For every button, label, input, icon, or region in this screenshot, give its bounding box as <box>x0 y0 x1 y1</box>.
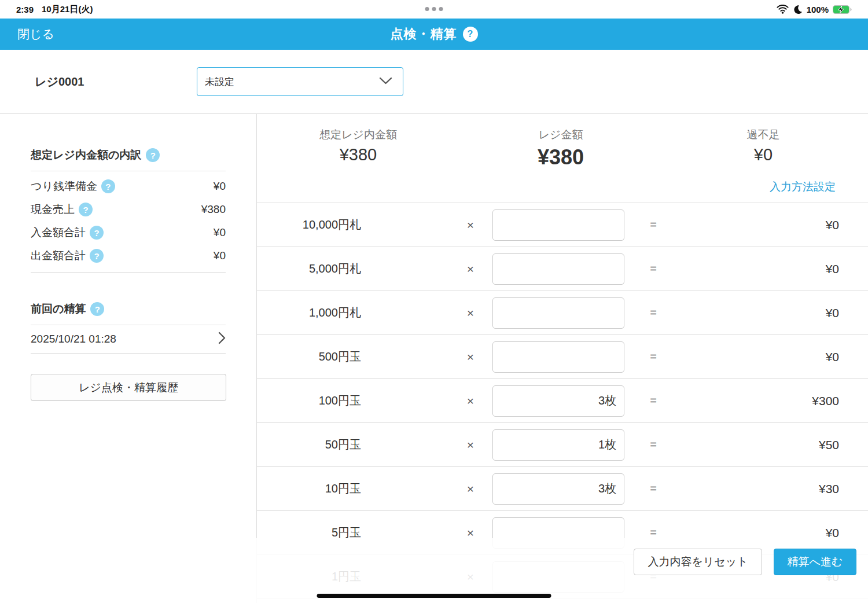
multiply-sign: × <box>361 394 492 408</box>
breakdown-row-label: 出金額合計 <box>31 248 86 263</box>
count-input-100[interactable] <box>492 385 624 417</box>
status-bar: 2:39 10月21日(火) 100% <box>0 0 868 19</box>
chevron-down-icon <box>379 76 392 87</box>
chevron-right-icon <box>218 332 226 347</box>
summary-actual-value: ¥380 <box>459 145 662 170</box>
close-button[interactable]: 閉じる <box>17 26 54 42</box>
equals-sign: = <box>624 350 682 363</box>
denomination-row-10: 10円玉 × = ¥30 <box>257 467 868 511</box>
breakdown-help-icon[interactable]: ? <box>146 148 160 162</box>
summary-difference: 過不足 ¥0 <box>662 127 865 170</box>
denomination-amount: ¥30 <box>682 482 868 496</box>
breakdown-rows: つり銭準備金 ? ¥0 現金売上 ? ¥380 入金額合計 ? <box>31 175 226 272</box>
breakdown-row-value: ¥380 <box>201 203 226 216</box>
drawer-select[interactable]: 未設定 <box>197 67 403 96</box>
denomination-amount: ¥0 <box>682 306 868 320</box>
breakdown-row-label: 現金売上 <box>31 202 75 217</box>
count-input-500[interactable] <box>492 341 624 373</box>
denomination-amount: ¥50 <box>682 438 868 452</box>
history-button[interactable]: レジ点検・精算履歴 <box>31 374 226 401</box>
reset-inputs-button[interactable]: 入力内容をリセット <box>634 549 762 575</box>
count-input-10000[interactable] <box>492 209 624 241</box>
proceed-settlement-button[interactable]: 精算へ進む <box>774 549 856 575</box>
summary-actual: レジ金額 ¥380 <box>459 127 662 170</box>
multiply-sign: × <box>361 218 492 232</box>
denomination-row-1000: 1,000円札 × = ¥0 <box>257 291 868 335</box>
denomination-label: 500円玉 <box>257 349 361 365</box>
title-help-icon[interactable]: ? <box>463 27 478 42</box>
app-screen: 2:39 10月21日(火) 100% <box>0 0 868 603</box>
multiply-sign: × <box>361 306 492 320</box>
breakdown-row-value: ¥0 <box>214 249 226 262</box>
denomination-label: 100円玉 <box>257 393 361 409</box>
breakdown-row-value: ¥0 <box>214 180 226 193</box>
denomination-label: 50円玉 <box>257 437 361 453</box>
denomination-amount: ¥0 <box>682 218 868 232</box>
denomination-label: 1,000円札 <box>257 305 361 321</box>
divider <box>31 171 226 171</box>
equals-sign: = <box>624 306 682 319</box>
multiply-sign: × <box>361 262 492 276</box>
battery-percent: 100% <box>807 5 829 14</box>
divider <box>31 353 226 354</box>
count-input-10[interactable] <box>492 473 624 505</box>
count-input-50[interactable] <box>492 429 624 461</box>
page-title: 点検・精算 <box>391 25 457 43</box>
multitask-dots-icon <box>425 7 443 11</box>
equals-sign: = <box>624 482 682 495</box>
summary-expected-value: ¥380 <box>257 145 459 164</box>
multiply-sign: × <box>361 350 492 364</box>
breakdown-title-label: 想定レジ内金額の内訳 <box>31 148 141 163</box>
multiply-sign: × <box>361 482 492 496</box>
last-settlement-row[interactable]: 2025/10/21 01:28 <box>31 325 226 353</box>
deposit-help-icon[interactable]: ? <box>90 226 104 240</box>
count-input-1000[interactable] <box>492 297 624 329</box>
breakdown-title: 想定レジ内金額の内訳 ? <box>31 148 226 163</box>
denomination-row-50: 50円玉 × = ¥50 <box>257 423 868 467</box>
denomination-row-500: 500円玉 × = ¥0 <box>257 335 868 379</box>
summary-actual-label: レジ金額 <box>459 127 662 142</box>
battery-charging-icon <box>833 5 852 14</box>
focus-moon-icon <box>793 5 803 14</box>
last-settlement-title-label: 前回の精算 <box>31 302 86 317</box>
breakdown-row-label: つり銭準備金 <box>31 179 97 194</box>
breakdown-row-value: ¥0 <box>214 226 226 239</box>
denomination-label: 5,000円札 <box>257 261 361 277</box>
cash-sales-help-icon[interactable]: ? <box>79 203 93 216</box>
breakdown-row-deposit: 入金額合計 ? ¥0 <box>31 221 226 244</box>
multiply-sign: × <box>361 526 492 540</box>
breakdown-row-withdrawal: 出金額合計 ? ¥0 <box>31 244 226 267</box>
home-indicator[interactable] <box>317 594 551 598</box>
sidebar: 想定レジ内金額の内訳 ? つり銭準備金 ? ¥0 現金売上 ? <box>0 114 257 603</box>
denomination-row-10000: 10,000円札 × = ¥0 <box>257 203 868 247</box>
drawer-select-value: 未設定 <box>205 75 234 89</box>
breakdown-row-label: 入金額合計 <box>31 225 86 240</box>
summary-difference-label: 過不足 <box>662 127 865 142</box>
denomination-label: 10円玉 <box>257 481 361 497</box>
summary: 想定レジ内金額 ¥380 レジ金額 ¥380 過不足 ¥0 入力方法設定 <box>257 114 868 203</box>
equals-sign: = <box>624 526 682 539</box>
register-row: レジ0001 未設定 <box>0 50 868 114</box>
last-settlement-title: 前回の精算 ? <box>31 302 226 317</box>
equals-sign: = <box>624 262 682 275</box>
count-input-5000[interactable] <box>492 253 624 285</box>
reserve-help-icon[interactable]: ? <box>101 179 115 193</box>
multiply-sign: × <box>361 438 492 452</box>
equals-sign: = <box>624 218 682 231</box>
denomination-amount: ¥0 <box>682 262 868 276</box>
breakdown-row-cash-sales: 現金売上 ? ¥380 <box>31 198 226 221</box>
main-panel: 想定レジ内金額 ¥380 レジ金額 ¥380 過不足 ¥0 入力方法設定 <box>257 114 868 603</box>
register-name: レジ0001 <box>35 74 84 90</box>
status-right: 100% <box>777 5 852 14</box>
wifi-icon <box>777 5 789 14</box>
summary-expected: 想定レジ内金額 ¥380 <box>257 127 459 170</box>
input-method-settings-link[interactable]: 入力方法設定 <box>770 179 836 194</box>
status-left: 2:39 10月21日(火) <box>16 4 93 15</box>
date: 10月21日(火) <box>42 4 93 15</box>
withdrawal-help-icon[interactable]: ? <box>90 249 104 263</box>
summary-difference-value: ¥0 <box>662 145 865 164</box>
breakdown-row-reserve: つり銭準備金 ? ¥0 <box>31 175 226 198</box>
last-settlement-help-icon[interactable]: ? <box>90 302 104 316</box>
denomination-label: 10,000円札 <box>257 217 361 233</box>
denomination-row-5000: 5,000円札 × = ¥0 <box>257 247 868 291</box>
